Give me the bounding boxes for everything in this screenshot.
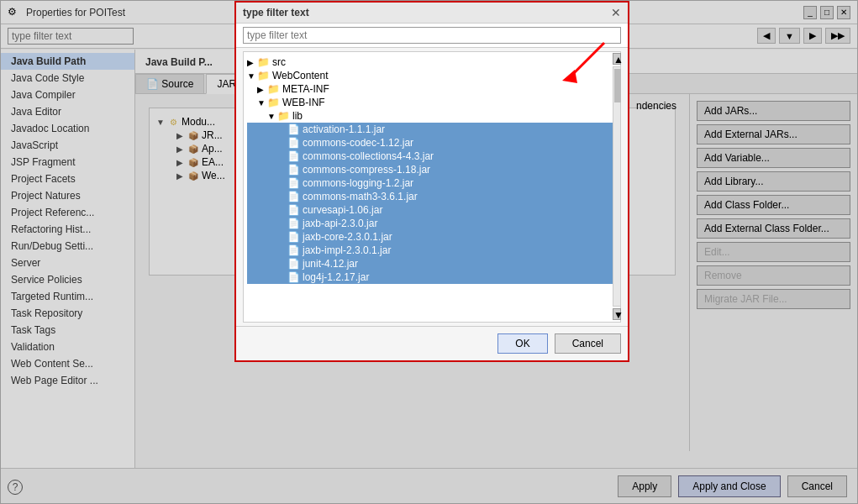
jar-icon: 📄 [287, 191, 300, 202]
modal-tree-item[interactable]: ▶📁src [247, 55, 617, 69]
jar-icon: 📄 [287, 137, 300, 149]
modal-tree-item[interactable]: 📄commons-compress-1.18.jar [247, 163, 617, 176]
toggle-icon: ▼ [267, 112, 277, 121]
modal-tree-item[interactable]: 📄commons-codec-1.12.jar [247, 136, 617, 150]
modal-tree-item[interactable]: 📄commons-logging-1.2.jar [247, 176, 617, 190]
jar-icon: 📄 [287, 231, 300, 243]
jar-icon: 📄 [287, 164, 300, 176]
modal-header: type filter text ✕ [236, 3, 628, 24]
folder-icon: 📁 [277, 110, 290, 122]
modal-tree-item[interactable]: ▼📁WebContent [247, 69, 617, 82]
jar-icon: 📄 [287, 123, 300, 135]
modal-ok-btn[interactable]: OK [497, 333, 547, 354]
toggle-icon: ▼ [257, 98, 267, 108]
jar-icon: 📄 [287, 258, 300, 270]
modal-tree-item[interactable]: 📄curvesapi-1.06.jar [247, 203, 617, 217]
jar-icon: 📄 [287, 177, 300, 189]
modal-tree-item[interactable]: ▼📁lib [247, 109, 617, 123]
modal-tree-item[interactable]: 📄jaxb-impl-2.3.0.1.jar [247, 244, 617, 257]
modal-tree-item[interactable]: 📄jaxb-core-2.3.0.1.jar [247, 230, 617, 244]
jar-icon: 📄 [287, 218, 300, 229]
modal-tree-item[interactable]: ▶📁META-INF [247, 82, 617, 96]
toggle-icon: ▼ [247, 71, 257, 81]
jar-icon: 📄 [287, 150, 300, 162]
modal-tree-item[interactable]: 📄commons-collections4-4.3.jar [247, 150, 617, 163]
modal-filter-input[interactable] [243, 27, 621, 44]
modal-title: type filter text [243, 7, 309, 18]
modal-tree-item[interactable]: ▼📁WEB-INF [247, 96, 617, 109]
modal-tree-item[interactable]: 📄jaxb-api-2.3.0.jar [247, 217, 617, 230]
jar-icon: 📄 [287, 244, 300, 256]
modal-tree-item[interactable]: 📄junit-4.12.jar [247, 257, 617, 270]
folder-icon: 📁 [257, 56, 270, 68]
jar-icon: 📄 [287, 204, 300, 216]
modal-close-btn[interactable]: ✕ [611, 6, 621, 19]
jar-selection-dialog: type filter text ✕ ▶📁src▼📁WebContent▶📁ME… [234, 1, 629, 362]
folder-icon: 📁 [267, 83, 280, 95]
folder-icon: 📁 [267, 97, 280, 108]
modal-tree-item[interactable]: 📄commons-math3-3.6.1.jar [247, 190, 617, 203]
modal-filter-row [236, 24, 628, 48]
toggle-icon: ▶ [257, 85, 267, 94]
main-window: ⚙ Properties for POITest _ □ ✕ ◀ ▼ ▶ ▶▶ … [0, 0, 858, 504]
folder-icon: 📁 [257, 70, 270, 81]
modal-tree-item[interactable]: 📄activation-1.1.1.jar [247, 123, 617, 136]
toggle-icon: ▶ [247, 58, 257, 67]
modal-tree-item[interactable]: 📄log4j-1.2.17.jar [247, 270, 617, 284]
modal-tree[interactable]: ▶📁src▼📁WebContent▶📁META-INF▼📁WEB-INF▼📁li… [243, 51, 621, 323]
jar-icon: 📄 [287, 271, 300, 283]
modal-footer: OK Cancel [236, 326, 628, 360]
modal-cancel-btn[interactable]: Cancel [555, 333, 621, 354]
